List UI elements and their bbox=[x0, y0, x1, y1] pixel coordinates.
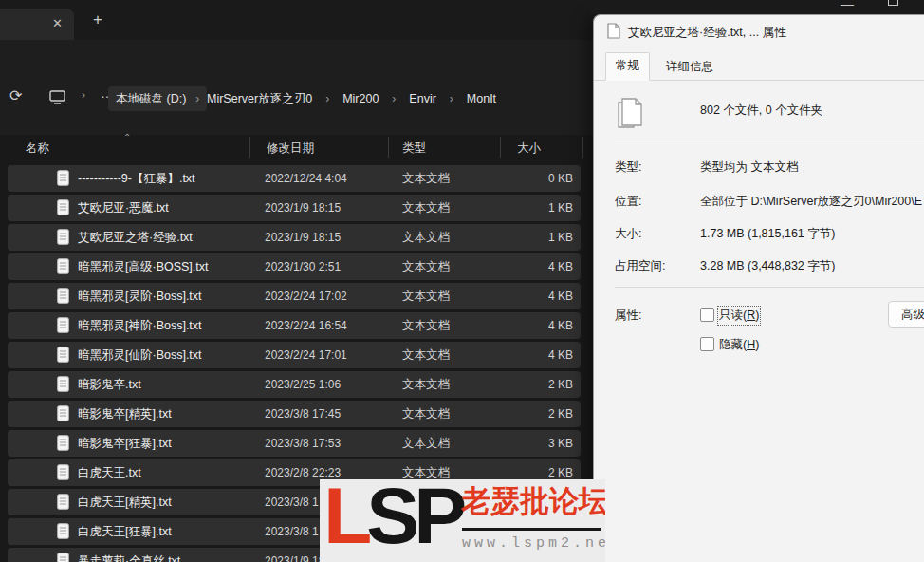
column-divider[interactable] bbox=[500, 137, 501, 158]
file-date: 2023/2/8 22:23 bbox=[265, 466, 341, 479]
column-header-date[interactable]: 修改日期 bbox=[267, 140, 314, 157]
watermark-logo: LSP bbox=[323, 479, 461, 562]
file-type: 文本文档 bbox=[402, 259, 450, 275]
text-file-icon bbox=[57, 464, 69, 480]
file-type: 文本文档 bbox=[402, 377, 450, 393]
sort-ascending-icon: ⌃ bbox=[123, 132, 131, 142]
column-header-size[interactable]: 大小 bbox=[517, 140, 541, 157]
file-size: 4 KB bbox=[548, 260, 573, 273]
dialog-tabs: 常规 详细信息 bbox=[594, 55, 924, 81]
file-date: 2023/2/24 16:54 bbox=[265, 319, 347, 332]
field-label: 大小: bbox=[615, 226, 641, 242]
new-tab-button[interactable]: + bbox=[93, 10, 102, 29]
file-name: 艾欧尼亚·恶魔.txt bbox=[78, 200, 169, 216]
hidden-accelerator: H bbox=[747, 338, 755, 351]
file-name: 暗黑邪灵[灵阶·Boss].txt bbox=[78, 289, 202, 305]
file-type: 文本文档 bbox=[402, 406, 450, 422]
maximize-icon[interactable] bbox=[888, 0, 898, 6]
file-name: 暗影鬼卒.txt bbox=[78, 377, 141, 393]
file-size: 4 KB bbox=[548, 290, 573, 303]
watermark-site-name: 老瑟批论坛 bbox=[461, 481, 603, 521]
file-name: 白虎天王[精英].txt bbox=[78, 495, 172, 511]
column-header-name[interactable]: 名称 bbox=[26, 140, 49, 157]
file-row[interactable]: -----------9-【狂暴】.txt 2022/12/24 4:04 文本… bbox=[8, 165, 581, 192]
file-size: 1 KB bbox=[548, 231, 573, 244]
watermark-logo-l: L bbox=[323, 479, 366, 560]
file-row[interactable]: 暗影鬼卒.txt 2023/2/25 1:06 文本文档 2 KB bbox=[8, 371, 581, 398]
hidden-checkbox-label[interactable]: 隐藏(H) bbox=[719, 337, 759, 353]
readonly-label-text: ) bbox=[755, 309, 759, 322]
file-size: 1 KB bbox=[548, 201, 573, 215]
file-name: 暗影鬼卒[精英].txt bbox=[78, 406, 172, 422]
file-date: 2023/2/24 17:02 bbox=[265, 290, 347, 303]
explorer-tab[interactable]: ✕ bbox=[0, 9, 74, 40]
file-row[interactable]: 艾欧尼亚之塔·经验.txt 2023/1/9 18:15 文本文档 1 KB bbox=[8, 224, 581, 251]
file-row[interactable]: 暗影鬼卒[狂暴].txt 2023/3/8 17:53 文本文档 3 KB bbox=[8, 430, 581, 457]
text-file-icon bbox=[57, 553, 69, 562]
divider bbox=[615, 287, 924, 288]
minimize-icon[interactable]: — bbox=[841, 0, 854, 11]
selection-summary: 802 个文件, 0 个文件夹 bbox=[700, 103, 822, 119]
divider bbox=[615, 140, 924, 140]
file-size: 3 KB bbox=[548, 437, 573, 450]
file-size: 2 KB bbox=[548, 407, 573, 421]
tab-details[interactable]: 详细信息 bbox=[656, 54, 723, 81]
document-icon bbox=[607, 23, 620, 39]
text-file-icon bbox=[57, 317, 69, 333]
file-name: -----------9-【狂暴】.txt bbox=[78, 171, 195, 187]
tab-close-icon[interactable]: ✕ bbox=[52, 15, 63, 32]
text-file-icon bbox=[57, 435, 69, 451]
column-divider[interactable] bbox=[388, 137, 389, 158]
file-type: 文本文档 bbox=[402, 200, 450, 216]
text-file-icon bbox=[57, 258, 69, 274]
text-file-icon bbox=[57, 347, 69, 363]
field-label: 类型: bbox=[615, 159, 641, 176]
file-row[interactable]: 艾欧尼亚·恶魔.txt 2023/1/9 18:15 文本文档 1 KB bbox=[8, 195, 581, 221]
tab-general[interactable]: 常规 bbox=[605, 52, 650, 81]
column-divider[interactable] bbox=[249, 137, 250, 158]
readonly-checkbox[interactable] bbox=[700, 308, 714, 322]
file-row[interactable]: 暗黑邪灵[灵阶·Boss].txt 2023/2/24 17:02 文本文档 4… bbox=[8, 283, 581, 309]
column-divider[interactable] bbox=[582, 137, 583, 158]
text-file-icon bbox=[57, 523, 69, 539]
column-header-type[interactable]: 类型 bbox=[402, 140, 426, 157]
file-type: 文本文档 bbox=[402, 289, 450, 305]
text-file-icon bbox=[57, 376, 69, 392]
file-row[interactable]: 暗黑邪灵[高级·BOSS].txt 2023/1/30 2:51 文本文档 4 … bbox=[8, 253, 581, 280]
window-titlebar-fragment: — bbox=[590, 0, 924, 14]
dialog-title: 艾欧尼亚之塔·经验.txt, ... 属性 bbox=[628, 25, 786, 41]
hidden-checkbox[interactable] bbox=[700, 337, 714, 351]
file-size: 4 KB bbox=[548, 319, 573, 332]
field-value: 类型均为 文本文档 bbox=[700, 159, 798, 176]
text-file-icon bbox=[57, 170, 69, 186]
watermark-site-url: www.lspm2.net bbox=[462, 535, 605, 552]
file-date: 2023/1/9 18:15 bbox=[265, 201, 341, 215]
advanced-button[interactable]: 高级 bbox=[888, 301, 924, 328]
file-row[interactable]: 暗黑邪灵[神阶·Boss].txt 2023/2/24 16:54 文本文档 4… bbox=[8, 312, 581, 339]
text-file-icon bbox=[57, 494, 69, 510]
file-name: 暴走萝莉·金真丝.txt bbox=[78, 553, 180, 562]
text-file-icon bbox=[57, 199, 69, 215]
file-row[interactable]: 暗影鬼卒[精英].txt 2023/3/8 17:45 文本文档 2 KB bbox=[8, 401, 581, 427]
field-value: 全部位于 D:\MirServer放逐之刃0\Mir200\E bbox=[700, 194, 922, 210]
text-file-icon bbox=[57, 405, 69, 422]
field-label: 位置: bbox=[615, 194, 641, 210]
file-size: 2 KB bbox=[548, 378, 573, 391]
file-date: 2023/3/8 1 bbox=[265, 525, 319, 538]
watermark-divider bbox=[462, 528, 601, 531]
file-type: 文本文档 bbox=[402, 230, 450, 246]
file-date: 2023/1/30 2:51 bbox=[265, 260, 341, 273]
file-name: 暗影鬼卒[狂暴].txt bbox=[78, 436, 172, 452]
file-name: 暗黑邪灵[神阶·Boss].txt bbox=[78, 318, 202, 334]
file-date: 2023/1/9 18:15 bbox=[265, 231, 341, 244]
file-date: 2023/3/8 17:45 bbox=[265, 407, 341, 421]
file-type: 文本文档 bbox=[402, 171, 450, 187]
file-size: 4 KB bbox=[548, 348, 573, 362]
file-name: 白虎天王.txt bbox=[78, 465, 141, 481]
file-row[interactable]: 暗黑邪灵[仙阶·Boss].txt 2023/2/24 17:01 文本文档 4… bbox=[8, 342, 581, 368]
file-type: 文本文档 bbox=[402, 318, 450, 334]
field-label: 占用空间: bbox=[615, 258, 665, 274]
file-type: 文本文档 bbox=[402, 347, 450, 364]
file-name: 暗黑邪灵[仙阶·Boss].txt bbox=[78, 347, 202, 364]
readonly-checkbox-label[interactable]: 只读(R) bbox=[719, 308, 759, 324]
